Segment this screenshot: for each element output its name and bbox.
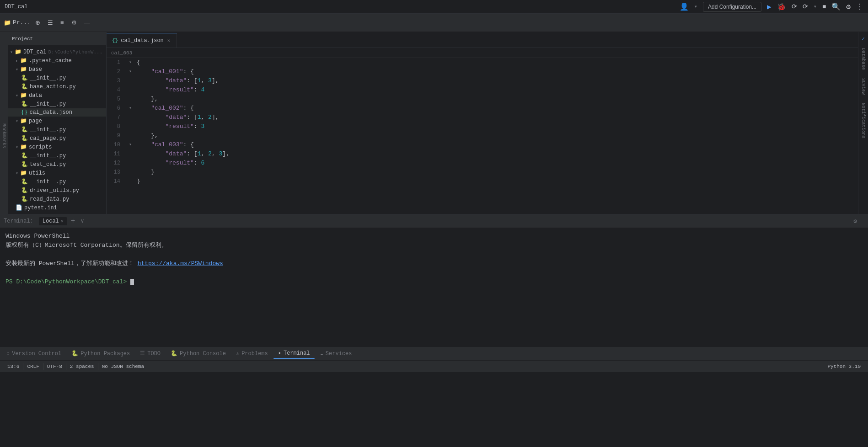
tab-python-packages[interactable]: 🐍 Python Packages [67, 348, 134, 359]
app-title: DDT_cal [5, 4, 27, 10]
terminal-tab-local[interactable]: Local ✕ [39, 217, 67, 225]
tree-scripts-init[interactable]: 🐍 __init__.py [8, 151, 106, 160]
status-indent-text: 2 spaces [70, 364, 94, 369]
pytest-ini-label: pytest.ini [24, 205, 57, 211]
settings-icon[interactable]: ⚙ [846, 2, 851, 11]
terminal-tab-local-close[interactable]: ✕ [61, 218, 64, 224]
terminal-tab-dropdown-button[interactable]: ∨ [79, 218, 86, 224]
profile-dropdown-icon[interactable]: ▾ [694, 3, 697, 10]
tab-terminal[interactable]: ▪ Terminal [273, 348, 315, 359]
line-num-8: 8 [107, 122, 126, 131]
terminal-cursor [130, 279, 134, 285]
tree-test-cal[interactable]: 🐍 test_cal.py [8, 160, 106, 169]
terminal-content[interactable]: Windows PowerShell 版权所有（C）Microsoft Corp… [0, 228, 868, 346]
tree-read-data[interactable]: 🐍 read_data.py [8, 195, 106, 203]
tree-pytest-cache[interactable]: ▸ 📁 .pytest_cache [8, 56, 106, 65]
editor-content[interactable]: 1 ▾ { 2 ▾ "cal_001": { 3 "data": [1, 3], [107, 58, 858, 214]
tree-cal-page[interactable]: 🐍 cal_page.py [8, 134, 106, 143]
tree-data[interactable]: ▾ 📁 data [8, 91, 106, 100]
collapse-all-button[interactable]: ≡ [58, 17, 67, 28]
tab-services[interactable]: ☁ Services [316, 348, 357, 359]
tree-scripts[interactable]: ▾ 📁 scripts [8, 143, 106, 151]
base-arrow: ▾ [16, 67, 18, 72]
utils-init-label: __init__.py [30, 179, 66, 185]
status-encoding[interactable]: UTF-8 [43, 361, 66, 372]
terminal-settings-icon[interactable]: ⚙ [853, 218, 857, 225]
services-label: Services [326, 351, 352, 357]
tree-data-init[interactable]: 🐍 __init__.py [8, 100, 106, 108]
debug-icon[interactable]: 🐞 [777, 2, 786, 11]
tree-base-action[interactable]: 🐍 base_action.py [8, 82, 106, 91]
status-python-version[interactable]: Python 3.10 [824, 364, 864, 369]
tree-utils[interactable]: ▾ 📁 utils [8, 169, 106, 177]
profile-run-icon[interactable]: ⟳ [803, 3, 808, 11]
status-python-text: Python 3.10 [827, 364, 861, 369]
add-config-button[interactable]: Add Configuration... [703, 2, 761, 12]
terminal-line-2: 版权所有（C）Microsoft Corporation。保留所有权利。 [5, 241, 863, 250]
scview-panel-btn[interactable]: SCView [860, 74, 867, 98]
toolbar-minimize-button[interactable]: — [81, 17, 93, 28]
database-panel-btn[interactable]: Database [860, 44, 867, 74]
expand-all-button[interactable]: ☰ [45, 17, 56, 28]
python-console-icon: 🐍 [171, 350, 177, 357]
tab-python-console[interactable]: 🐍 Python Console [166, 348, 230, 359]
terminal-label: Terminal: [4, 218, 33, 224]
run-icon[interactable]: ▶ [767, 2, 772, 11]
notifications-panel-btn[interactable]: Notifications [860, 99, 867, 142]
data-label: data [29, 92, 42, 99]
driver-utils-icon: 🐍 [21, 187, 28, 194]
status-schema-text: No JSON schema [102, 364, 144, 369]
terminal-tab-add-button[interactable]: + [69, 217, 77, 225]
version-control-label: Version Control [12, 351, 61, 357]
code-line-6: 6 ▾ "cal_002": { [107, 104, 858, 113]
tree-root[interactable]: ▾ 📁 DDT_cal D:\Code\PythonW... [8, 48, 106, 56]
tree-page[interactable]: ▾ 📁 page [8, 117, 106, 125]
tree-driver-utils[interactable]: 🐍 driver_utils.py [8, 186, 106, 195]
tab-todo[interactable]: ☰ TODO [135, 348, 165, 359]
bookmarks-label[interactable]: Bookmarks [1, 123, 6, 148]
profile-icon[interactable]: 👤 [680, 2, 689, 11]
code-line-4: 4 "result": 4 [107, 85, 858, 95]
pytest-ini-icon: 📄 [16, 204, 22, 211]
page-init-icon: 🐍 [21, 126, 28, 133]
terminal-line-6: PS D:\Code\PythonWorkpace\DDT_cal> [5, 277, 863, 287]
tab-version-control[interactable]: ↕ Version Control [2, 349, 66, 359]
tree-base-init[interactable]: 🐍 __init__.py [8, 74, 106, 82]
tree-cal-data-json[interactable]: {} cal_data.json [8, 108, 106, 117]
tab-close-button[interactable]: ✕ [166, 37, 171, 44]
right-panels: ✓ Database SCView Notifications [858, 32, 868, 214]
status-line-ending[interactable]: CRLF [23, 361, 43, 372]
coverage-icon[interactable]: ⟳ [792, 3, 797, 11]
status-indent[interactable]: 2 spaces [66, 361, 98, 372]
status-position[interactable]: 13:6 [4, 361, 23, 372]
bookmarks-bar: Bookmarks [0, 32, 8, 214]
new-file-button[interactable]: ⊕ [32, 17, 43, 28]
tab-problems[interactable]: ⚠ Problems [231, 348, 273, 359]
run-dropdown-icon[interactable]: ▾ [814, 3, 817, 10]
tree-pytest-ini[interactable]: 📄 pytest.ini [8, 203, 106, 212]
terminal-close-icon[interactable]: — [861, 218, 864, 224]
root-path: D:\Code\PythonW... [48, 49, 102, 55]
line-content-12: "result": 6 [135, 159, 858, 168]
toolbar-settings-button[interactable]: ⚙ [69, 17, 80, 28]
line-num-3: 3 [107, 76, 126, 85]
stop-icon[interactable]: ■ [822, 3, 826, 11]
status-schema[interactable]: No JSON schema [98, 361, 148, 372]
tab-cal-data-json[interactable]: {} cal_data.json ✕ [107, 33, 177, 48]
line-num-2: 2 [107, 67, 126, 76]
tree-base[interactable]: ▾ 📁 base [8, 65, 106, 74]
search-icon[interactable]: 🔍 [831, 2, 841, 11]
line-num-12: 12 [107, 159, 126, 168]
terminal-link[interactable]: https://aka.ms/PSWindows [138, 260, 223, 267]
todo-label: TODO [147, 351, 161, 357]
line-content-2: "cal_001": { [135, 67, 858, 76]
tree-page-init[interactable]: 🐍 __init__.py [8, 125, 106, 134]
terminal-text-4: 安装最新的 PowerShell，了解新功能和改进！ [5, 260, 134, 267]
cal-data-json-icon: {} [21, 109, 27, 116]
more-icon[interactable]: ⋮ [856, 2, 863, 11]
problems-icon: ⚠ [236, 350, 239, 357]
line-content-7: "data": [1, 2], [135, 113, 858, 122]
tree-utils-init[interactable]: 🐍 __init__.py [8, 177, 106, 186]
code-line-2: 2 ▾ "cal_001": { [107, 67, 858, 76]
page-arrow: ▾ [16, 118, 18, 124]
